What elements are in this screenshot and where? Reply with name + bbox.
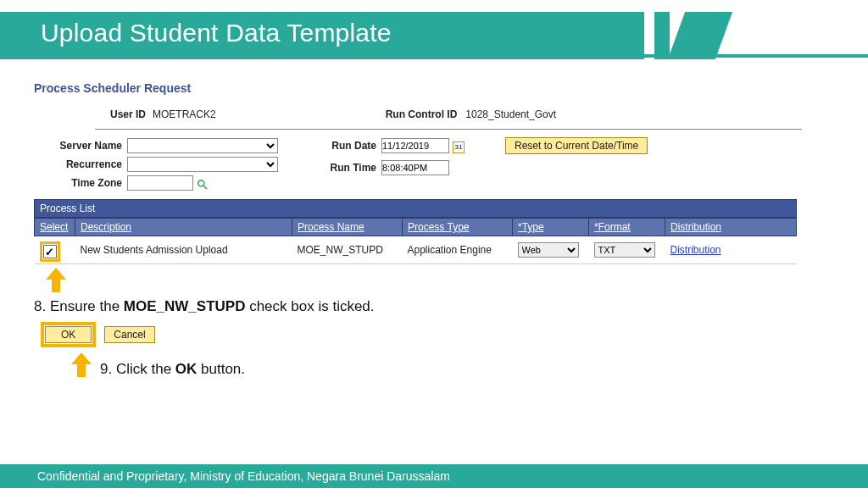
run-date-label: Run Date: [322, 140, 381, 152]
select-checkbox[interactable]: [43, 245, 57, 258]
distribution-link[interactable]: Distribution: [670, 244, 721, 256]
col-type[interactable]: *Type: [513, 219, 589, 236]
search-icon[interactable]: [197, 179, 209, 191]
run-control-id-value: 1028_Student_Govt: [465, 108, 556, 120]
run-time-label: Run Time: [322, 162, 381, 174]
svg-line-1: [203, 186, 207, 189]
header-underline: [0, 54, 868, 58]
user-id-value: MOETRACK2: [153, 108, 216, 120]
table-row: New Students Admission Upload MOE_NW_STU…: [35, 236, 797, 264]
col-select[interactable]: Select: [35, 219, 75, 236]
row-description: New Students Admission Upload: [75, 236, 292, 264]
header-accent-1: [654, 12, 670, 59]
request-info-row: User ID MOETRACK2 Run Control ID 1028_St…: [95, 108, 802, 130]
row-type-select[interactable]: Web: [518, 242, 579, 258]
footer-bar: Confidential and Proprietary, Ministry o…: [0, 464, 868, 488]
col-format[interactable]: *Format: [589, 219, 665, 236]
col-process-name[interactable]: Process Name: [292, 219, 403, 236]
arrow-up-icon: [73, 352, 90, 378]
col-distribution[interactable]: Distribution: [665, 219, 797, 236]
col-process-type[interactable]: Process Type: [403, 219, 513, 236]
process-list-title: Process List: [34, 199, 797, 218]
calendar-icon[interactable]: 31: [453, 141, 465, 153]
table-header-row: Select Description Process Name Process …: [35, 219, 797, 236]
recurrence-select[interactable]: [127, 157, 278, 172]
cancel-button[interactable]: Cancel: [104, 326, 154, 343]
instruction-step-9: 9. Click the OK button.: [100, 361, 245, 378]
run-control-id-label: Run Control ID: [386, 108, 458, 120]
header-accent-2: [668, 12, 732, 59]
checkbox-highlight: [40, 241, 60, 262]
svg-point-0: [198, 180, 204, 186]
server-name-select[interactable]: [127, 138, 278, 153]
arrow-up-icon: [47, 268, 64, 293]
time-zone-label: Time Zone: [34, 177, 127, 189]
process-list-table: Select Description Process Name Process …: [34, 218, 797, 264]
slide-title: Upload Student Data Template: [41, 19, 392, 47]
user-id-label: User ID: [95, 108, 146, 120]
row-process-name: MOE_NW_STUPD: [292, 236, 403, 264]
server-name-label: Server Name: [34, 140, 127, 152]
run-date-input[interactable]: [381, 138, 449, 153]
ok-button[interactable]: OK: [45, 326, 92, 343]
slide-header: Upload Student Data Template: [0, 12, 868, 59]
content-area: Process Scheduler Request User ID MOETRA…: [0, 59, 868, 378]
reset-datetime-button[interactable]: Reset to Current Date/Time: [505, 137, 648, 154]
ok-highlight: OK: [41, 322, 96, 347]
recurrence-label: Recurrence: [34, 158, 127, 170]
run-time-input[interactable]: [381, 160, 449, 175]
row-format-select[interactable]: TXT: [594, 242, 655, 258]
dialog-button-row: OK Cancel: [41, 322, 834, 347]
time-zone-input[interactable]: [127, 175, 193, 191]
instruction-step-8: 8. Ensure the MOE_NW_STUPD check box is …: [34, 298, 834, 315]
process-list: Process List Select Description Process …: [34, 199, 797, 293]
page-title: Process Scheduler Request: [34, 81, 834, 95]
row-process-type: Application Engine: [403, 236, 513, 264]
scheduler-form: Server Name Recurrence Time Zone Run Dat…: [34, 136, 834, 192]
col-description[interactable]: Description: [75, 219, 292, 236]
